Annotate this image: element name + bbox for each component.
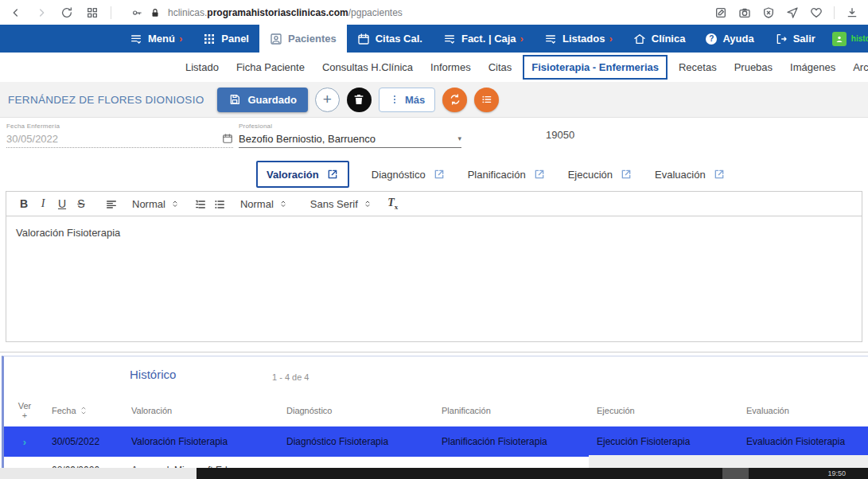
address-bar[interactable]: hclinicas.programahistoriasclinicas.com/…	[131, 7, 703, 18]
nav-item-menu[interactable]: Menú ›	[119, 25, 193, 53]
professional-value[interactable]: Bezofio Berniostio, Barruenco	[239, 133, 376, 145]
back-icon[interactable]	[10, 6, 22, 19]
calendar-picker-icon[interactable]	[222, 133, 233, 144]
block-format-select[interactable]: Normal	[132, 198, 180, 210]
save-button[interactable]: Guardado	[217, 88, 307, 112]
key-icon[interactable]	[131, 7, 142, 18]
vertical-dots-icon	[389, 94, 400, 105]
ordered-list-button[interactable]	[191, 194, 210, 213]
row-expand-chevron-icon[interactable]: ›	[4, 436, 45, 448]
nav-item-ayuda[interactable]: ? Ayuda	[695, 25, 764, 53]
nav-item-listados[interactable]: Listados ›	[534, 25, 623, 53]
nav-item-fact-caja[interactable]: Fact. | Caja ›	[433, 25, 534, 53]
nav-item-label: Listados	[562, 33, 605, 45]
camera-icon[interactable]	[738, 6, 751, 19]
chevron-right-icon: ›	[609, 33, 612, 45]
logged-user-chip[interactable]: historiasclinicasinternet@gmail.com	[832, 25, 868, 53]
add-record-button[interactable]: +	[315, 88, 340, 112]
updown-caret-icon	[363, 199, 372, 208]
tab-evaluacion[interactable]: Evaluación	[655, 168, 726, 181]
url-text[interactable]: hclinicas.programahistoriasclinicas.com/…	[168, 7, 403, 18]
external-link-icon[interactable]	[433, 168, 446, 181]
external-link-icon[interactable]	[533, 168, 546, 181]
table-row-selected[interactable]: › 30/05/2022 Valoración Fisioterapia Dia…	[4, 426, 868, 457]
nav-item-pacientes[interactable]: Pacientes	[259, 25, 347, 53]
save-button-label: Guardado	[247, 94, 296, 106]
italic-button[interactable]: I	[33, 194, 53, 213]
taskbar-bar[interactable]: 19:50	[197, 468, 868, 479]
nav-item-citas-cal[interactable]: Citas Cal.	[347, 25, 433, 53]
billing-list-icon	[443, 33, 456, 45]
list-records-button[interactable]	[474, 88, 499, 112]
clear-formatting-button[interactable]: Tx	[383, 194, 403, 213]
size-select[interactable]: Normal	[240, 198, 288, 210]
more-button-label: Más	[405, 94, 425, 106]
external-link-icon[interactable]	[326, 168, 339, 181]
editor-content[interactable]: Valoración Fisioterapia	[6, 216, 862, 249]
tab-diagnostico[interactable]: Diagnóstico	[372, 168, 446, 181]
external-link-icon[interactable]	[620, 168, 633, 181]
subnav-item-consultas[interactable]: Consultas H.Clínica	[313, 61, 422, 73]
trash-icon	[352, 93, 365, 106]
column-header-planificacion: Planificación	[435, 406, 590, 415]
home-icon	[633, 33, 646, 45]
subnav-item-fisioterapia-enfermerias[interactable]: Fisioterapia - Enfermerias	[523, 55, 668, 80]
subnav-item-informes[interactable]: Informes	[422, 61, 480, 73]
updown-caret-icon	[278, 199, 288, 208]
sync-icon	[449, 93, 461, 106]
nav-item-label: Ayuda	[722, 33, 753, 45]
subnav-item-citas[interactable]: Citas	[480, 61, 521, 73]
tab-planificacion[interactable]: Planificación	[468, 168, 546, 181]
subnav-item-ficha-paciente[interactable]: Ficha Paciente	[228, 61, 313, 73]
chevron-right-icon: ›	[520, 33, 524, 45]
bottom-gray-strip	[589, 455, 868, 468]
historico-panel: Histórico 1 - 4 de 4 Ver+ Fecha Valoraci…	[2, 356, 868, 468]
subnav-item-imagenes[interactable]: Imágenes	[781, 61, 844, 73]
date-field[interactable]: Fecha Enfermería 30/05/2022	[6, 123, 233, 148]
date-field-label: Fecha Enfermería	[6, 123, 233, 130]
strikethrough-button[interactable]: S	[72, 194, 91, 213]
taskbar-clock: 19:50	[827, 469, 846, 477]
shield-x-icon[interactable]	[762, 6, 775, 19]
cell-planificacion: Planificación Fisioterapia	[435, 436, 590, 447]
refresh-record-button[interactable]	[442, 88, 467, 112]
refresh-icon[interactable]	[60, 6, 73, 19]
tab-label: Diagnóstico	[372, 169, 426, 181]
lock-icon[interactable]	[150, 7, 161, 18]
forward-icon[interactable]	[35, 6, 48, 19]
tab-ejecucion[interactable]: Ejecución	[568, 168, 633, 181]
delete-record-button[interactable]	[347, 88, 372, 112]
send-icon[interactable]	[786, 6, 799, 19]
apps-grid-icon[interactable]	[86, 6, 99, 19]
subnav-item-listado[interactable]: Listado	[177, 61, 228, 73]
bullet-list-button[interactable]	[210, 194, 229, 213]
nav-item-panel[interactable]: Panel	[193, 25, 259, 53]
external-link-icon[interactable]	[713, 168, 726, 181]
taskbar-active-app[interactable]	[722, 468, 749, 479]
bullet-list-icon	[213, 198, 226, 211]
subnav-item-recetas[interactable]: Recetas	[670, 61, 726, 73]
underline-button[interactable]: U	[53, 194, 72, 213]
nav-item-salir[interactable]: Salir	[765, 25, 826, 53]
bold-button[interactable]: B	[14, 194, 33, 213]
subnav-item-archivos[interactable]: Archivos	[844, 61, 868, 73]
more-button[interactable]: Más	[379, 88, 435, 112]
subnav-item-pruebas[interactable]: Pruebas	[726, 61, 781, 73]
tab-valoracion[interactable]: Valoración	[256, 161, 349, 188]
cell-valoracion: Valoración Fisioterapia	[125, 436, 280, 447]
professional-select[interactable]: Profesional Bezofio Berniostio, Barruenc…	[239, 123, 461, 148]
nav-item-clinica[interactable]: Clínica	[623, 25, 696, 53]
downloads-icon[interactable]	[846, 6, 858, 19]
nav-item-label: Citas Cal.	[376, 33, 422, 45]
column-header-ver: Ver+	[4, 401, 45, 420]
toolbar-divider	[111, 6, 111, 19]
column-header-fecha[interactable]: Fecha	[45, 406, 125, 415]
align-left-icon	[105, 198, 118, 211]
align-button[interactable]	[102, 194, 121, 213]
user-badge-icon	[832, 32, 847, 46]
favorites-heart-icon[interactable]	[810, 6, 823, 19]
edit-page-icon[interactable]	[714, 6, 727, 19]
font-select[interactable]: Sans Serif	[310, 198, 372, 210]
date-field-value[interactable]: 30/05/2022	[6, 133, 58, 145]
cell-diagnostico: Diagnóstico Fisioterapia	[280, 436, 435, 447]
